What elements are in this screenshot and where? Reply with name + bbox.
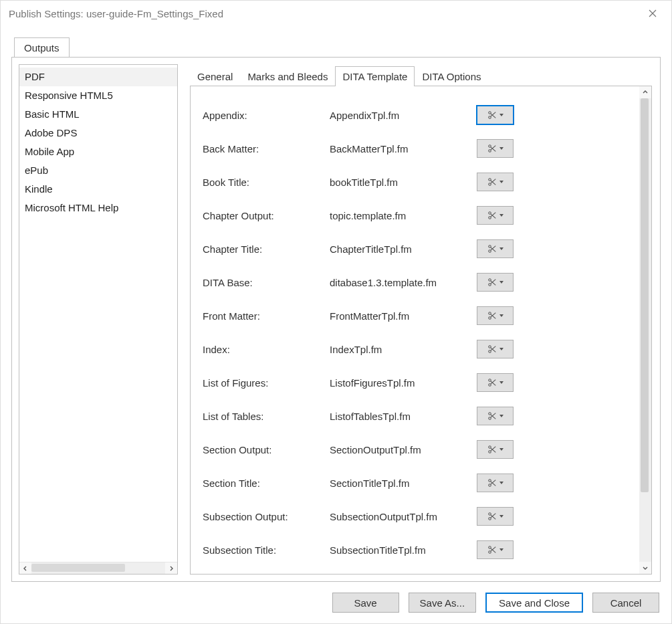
template-value: topic.template.fm (330, 210, 477, 221)
template-action-button[interactable] (477, 507, 514, 526)
template-value: AppendixTpl.fm (330, 110, 477, 121)
dialog-footer: Save Save As... Save and Close Cancel (1, 582, 671, 623)
template-action-button[interactable] (477, 139, 514, 158)
template-action-button[interactable] (477, 540, 514, 559)
template-row: Section Title:SectionTitleTpl.fm (203, 466, 633, 500)
tab-dita-options[interactable]: DITA Options (415, 66, 488, 86)
template-row: Index:IndexTpl.fm (203, 332, 633, 366)
svg-point-35 (488, 384, 491, 387)
template-row: Subsection Title:SubsectionTitleTpl.fm (203, 533, 633, 566)
sidebar-h-scrollbar[interactable] (19, 562, 177, 574)
template-action-button[interactable] (477, 173, 514, 191)
svg-point-3 (488, 116, 491, 119)
save-as-button[interactable]: Save As... (409, 593, 477, 613)
scroll-thumb[interactable] (31, 564, 125, 572)
caret-down-icon (499, 214, 503, 217)
template-label: Back Matter: (203, 143, 330, 154)
scroll-thumb[interactable] (641, 98, 649, 492)
svg-point-30 (488, 346, 491, 348)
template-action-button[interactable] (477, 407, 514, 425)
template-value: BackMatterTpl.fm (330, 143, 477, 154)
scissors-icon (487, 278, 497, 287)
caret-down-icon (499, 515, 503, 518)
template-action-button[interactable] (477, 273, 514, 292)
template-row: Chapter Title:ChapterTitleTpl.fm (203, 232, 633, 266)
scroll-right-icon[interactable] (165, 562, 177, 574)
scissors-icon (487, 545, 497, 554)
svg-point-54 (488, 546, 491, 549)
tab-marks-and-bleeds[interactable]: Marks and Bleeds (240, 66, 335, 86)
scroll-left-icon[interactable] (19, 562, 31, 574)
template-value: FrontMatterTpl.fm (330, 310, 477, 322)
template-value: ChapterTitleTpl.fm (330, 243, 477, 255)
template-label: Front Matter: (203, 310, 330, 322)
scissors-icon (487, 244, 497, 253)
tab-outputs[interactable]: Outputs (14, 37, 70, 58)
template-label: List of Figures: (203, 377, 330, 389)
template-label: Index: (203, 344, 330, 355)
outputs-panel: PDFResponsive HTML5Basic HTMLAdobe DPSMo… (11, 57, 661, 582)
form-v-scrollbar[interactable] (639, 86, 651, 574)
template-value: SubsectionOutputTpl.fm (330, 511, 477, 522)
scroll-track[interactable] (31, 562, 165, 574)
template-action-button[interactable] (477, 306, 514, 325)
close-button[interactable] (642, 1, 663, 26)
svg-point-27 (488, 317, 491, 320)
outputs-list[interactable]: PDFResponsive HTML5Basic HTMLAdobe DPSMo… (19, 65, 177, 562)
template-row: Front Matter:FrontMatterTpl.fm (203, 299, 633, 332)
dita-template-tabpage: Appendix:AppendixTpl.fmBack Matter:BackM… (190, 86, 652, 575)
save-and-close-button[interactable]: Save and Close (485, 593, 583, 613)
scroll-down-icon[interactable] (639, 562, 651, 574)
scissors-icon (487, 478, 497, 488)
caret-down-icon (499, 281, 503, 284)
svg-point-15 (488, 217, 491, 219)
caret-down-icon (499, 415, 503, 417)
svg-point-18 (488, 245, 491, 248)
template-action-button[interactable] (477, 373, 514, 392)
sidebar-item[interactable]: Adobe DPS (19, 124, 177, 142)
template-action-button[interactable] (477, 474, 514, 492)
caret-down-icon (499, 114, 503, 116)
scissors-icon (487, 211, 497, 220)
close-icon (649, 9, 657, 17)
template-row: List of Figures:ListofFiguresTpl.fm (203, 366, 633, 399)
cancel-button[interactable]: Cancel (592, 593, 659, 613)
template-label: List of Tables: (203, 411, 330, 422)
template-row: Section Output:SectionOutputTpl.fm (203, 433, 633, 466)
window-title: Publish Settings: user-guide-Fm_Settings… (9, 8, 642, 19)
template-action-button[interactable] (477, 340, 514, 358)
sidebar-item[interactable]: PDF (19, 68, 177, 86)
sidebar-item[interactable]: Responsive HTML5 (19, 86, 177, 105)
sidebar-item[interactable]: ePub (19, 161, 177, 180)
template-row: List of Tables:ListofTablesTpl.fm (203, 399, 633, 433)
svg-point-31 (488, 350, 491, 353)
tab-general[interactable]: General (190, 66, 240, 86)
template-action-button[interactable] (477, 206, 514, 225)
template-label: DITA Base: (203, 277, 330, 288)
svg-point-34 (488, 379, 491, 382)
template-label: Chapter Output: (203, 210, 330, 221)
template-value: SectionOutputTpl.fm (330, 444, 477, 455)
scroll-track[interactable] (639, 98, 651, 562)
template-label: Section Title: (203, 478, 330, 489)
scissors-icon (487, 311, 497, 320)
caret-down-icon (499, 314, 503, 317)
svg-point-46 (488, 480, 491, 482)
sidebar-item[interactable]: Microsoft HTML Help (19, 199, 177, 217)
save-button[interactable]: Save (332, 593, 399, 613)
sidebar-item[interactable]: Mobile App (19, 142, 177, 161)
template-action-button[interactable] (477, 440, 514, 459)
scroll-up-icon[interactable] (639, 86, 651, 98)
svg-point-42 (488, 446, 491, 449)
sidebar-item[interactable]: Basic HTML (19, 105, 177, 124)
svg-point-11 (488, 183, 491, 186)
template-label: Section Output: (203, 444, 330, 455)
svg-point-43 (488, 451, 491, 453)
template-action-button[interactable] (477, 106, 514, 124)
template-row: Chapter Output:topic.template.fm (203, 199, 633, 232)
sidebar-item[interactable]: Kindle (19, 180, 177, 199)
svg-point-50 (488, 513, 491, 516)
tab-dita-template[interactable]: DITA Template (335, 66, 415, 86)
template-label: Chapter Title: (203, 243, 330, 255)
template-action-button[interactable] (477, 239, 514, 258)
